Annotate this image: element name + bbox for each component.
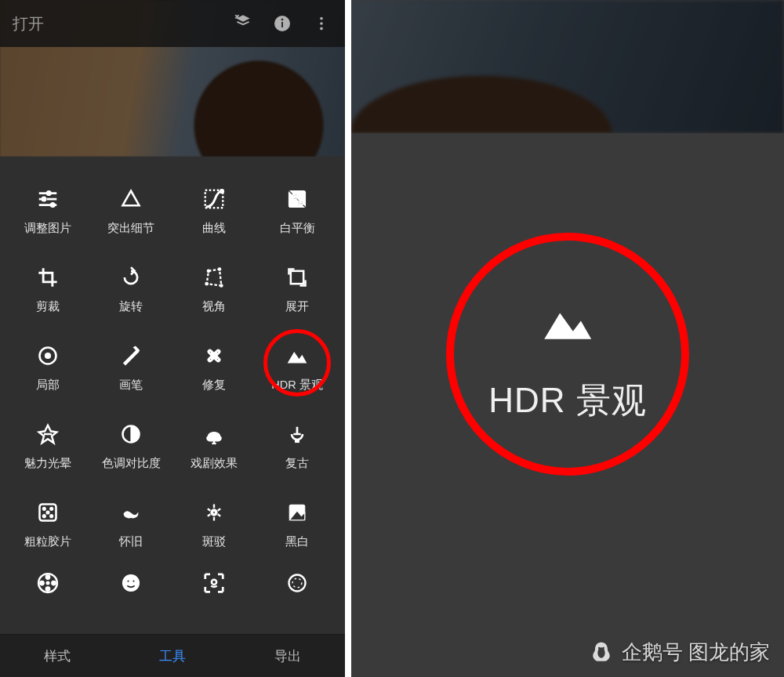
tool-label: 黑白 (285, 534, 309, 549)
penguin-icon (589, 640, 614, 665)
tool-grainy[interactable]: 粗粒胶片 (9, 498, 87, 549)
face-icon (117, 569, 145, 597)
whitebalance-icon (283, 185, 311, 213)
bottom-nav: 样式 工具 导出 (0, 634, 345, 677)
tool-healing[interactable]: 修复 (175, 342, 253, 393)
tool-whitebalance[interactable]: 白平衡 (258, 185, 336, 236)
crop-icon (34, 263, 62, 291)
tool-label: 魅力光晕 (24, 456, 71, 471)
tool-vintage[interactable]: 复古 (258, 420, 336, 471)
nav-styles[interactable]: 样式 (0, 635, 115, 677)
image-preview-zoom (351, 0, 784, 133)
tool-hdr[interactable]: HDR 景观 (258, 342, 336, 393)
tool-label: 展开 (285, 299, 309, 314)
tool-perspective[interactable]: 视角 (175, 263, 253, 314)
tool-label: 怀旧 (119, 534, 143, 549)
tool-label: 戏剧效果 (191, 456, 238, 471)
tool-expand[interactable]: 展开 (258, 263, 336, 314)
tool-label: 调整图片 (24, 221, 71, 236)
brush-icon (117, 342, 145, 370)
tool-film[interactable] (9, 569, 87, 605)
layers-icon[interactable] (232, 13, 254, 34)
hdr-tool-detail[interactable]: HDR 景观 (488, 289, 647, 423)
tool-label: 视角 (202, 299, 226, 314)
hdr-label: HDR 景观 (488, 377, 647, 423)
rotate-icon (117, 263, 145, 291)
tool-label: 修复 (202, 378, 226, 393)
open-button[interactable]: 打开 (13, 13, 44, 34)
tool-label: 旋转 (119, 299, 143, 314)
curves-icon (200, 185, 228, 213)
grunge-icon (200, 498, 228, 527)
nav-tools[interactable]: 工具 (115, 635, 230, 677)
tool-face[interactable] (92, 569, 170, 605)
tool-details[interactable]: 突出细节 (92, 185, 170, 236)
tool-drama[interactable]: 戏剧效果 (175, 420, 253, 471)
tool-bw[interactable]: 黑白 (258, 498, 336, 549)
selective-icon (34, 342, 62, 370)
perspective-icon (200, 263, 228, 291)
film-icon (34, 569, 62, 597)
tool-label: 色调对比度 (102, 456, 161, 471)
bw-icon (283, 498, 311, 527)
hdr-icon (283, 342, 311, 370)
watermark-text: 企鹅号 图龙的家 (622, 639, 770, 666)
details-icon (117, 185, 145, 213)
tool-label: 曲线 (202, 221, 226, 236)
tool-glamour[interactable]: 魅力光晕 (9, 420, 87, 471)
watermark: 企鹅号 图龙的家 (589, 639, 770, 666)
grainy-icon (34, 498, 62, 527)
editor-panel: 打开 调整图片 突出细节 曲线 白平衡 剪裁 旋转 视角 展开 局部 画笔 (0, 0, 345, 677)
tune-icon (34, 185, 62, 213)
tool-grunge[interactable]: 斑驳 (175, 498, 253, 549)
tool-tune[interactable]: 调整图片 (9, 185, 87, 236)
tonal-icon (117, 420, 145, 448)
portrait-icon (200, 569, 228, 597)
tools-grid: 调整图片 突出细节 曲线 白平衡 剪裁 旋转 视角 展开 局部 画笔 修复 HD… (0, 157, 345, 634)
tool-label: HDR 景观 (271, 378, 322, 393)
glamour-icon (34, 420, 62, 448)
more-icon[interactable] (310, 13, 332, 34)
tool-portrait[interactable] (175, 569, 253, 605)
drama-icon (200, 420, 228, 448)
nav-export[interactable]: 导出 (230, 635, 345, 677)
tool-retrolux[interactable]: 怀旧 (92, 498, 170, 549)
tool-selective[interactable]: 局部 (9, 342, 87, 393)
hdr-icon (521, 289, 615, 355)
tool-label: 粗粒胶片 (24, 534, 71, 549)
tool-label: 画笔 (119, 378, 143, 393)
tool-label: 剪裁 (36, 299, 60, 314)
tool-rotate[interactable]: 旋转 (92, 263, 170, 314)
tool-label: 复古 (285, 456, 309, 471)
vintage-icon (283, 420, 311, 448)
retrolux-icon (117, 498, 145, 527)
tool-label: 突出细节 (107, 221, 154, 236)
expand-icon (283, 263, 311, 291)
info-icon[interactable] (271, 13, 293, 34)
tool-lens[interactable] (258, 569, 336, 605)
tool-label: 斑驳 (202, 534, 226, 549)
tool-crop[interactable]: 剪裁 (9, 263, 87, 314)
top-toolbar: 打开 (0, 0, 345, 47)
tool-curves[interactable]: 曲线 (175, 185, 253, 236)
healing-icon (200, 342, 228, 370)
tool-tonal[interactable]: 色调对比度 (92, 420, 170, 471)
tool-label: 局部 (36, 378, 60, 393)
lens-icon (283, 569, 311, 597)
tool-label: 白平衡 (280, 221, 315, 236)
detail-panel: HDR 景观 企鹅号 图龙的家 (351, 0, 784, 677)
tool-brush[interactable]: 画笔 (92, 342, 170, 393)
